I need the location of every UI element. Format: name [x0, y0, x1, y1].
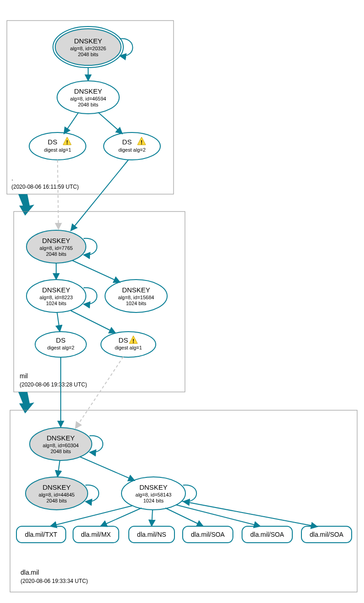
- svg-text:DNSKEY: DNSKEY: [47, 434, 75, 442]
- node-root-ds1: DS digest alg=1 !: [29, 132, 86, 160]
- svg-text:DS: DS: [122, 138, 132, 146]
- svg-text:2048 bits: 2048 bits: [78, 52, 99, 57]
- zone-mil-date: (2020-08-06 19:33:28 UTC): [20, 381, 87, 388]
- svg-text:digest alg=2: digest alg=2: [118, 147, 146, 153]
- node-mil-ds2: DS digest alg=2: [35, 332, 86, 357]
- svg-text:alg=8, id=44845: alg=8, id=44845: [39, 492, 75, 497]
- svg-point-34: [101, 332, 156, 357]
- zone-root-name: .: [11, 175, 13, 182]
- svg-point-14: [104, 132, 160, 160]
- svg-text:DNSKEY: DNSKEY: [74, 87, 102, 95]
- svg-text:dla.mil/SOA: dla.mil/SOA: [310, 531, 344, 538]
- node-mil-ksk: DNSKEY alg=8, id=7765 2048 bits: [26, 230, 86, 263]
- dnssec-graph: . (2020-08-06 16:11:59 UTC) DNSKEY alg=8…: [0, 0, 364, 603]
- svg-text:2048 bits: 2048 bits: [47, 498, 67, 503]
- zone-root: . (2020-08-06 16:11:59 UTC) DNSKEY alg=8…: [7, 21, 174, 194]
- svg-text:alg=8, id=60304: alg=8, id=60304: [43, 443, 79, 448]
- svg-text:2048 bits: 2048 bits: [78, 102, 99, 107]
- svg-text:alg=8, id=7765: alg=8, id=7765: [40, 245, 73, 251]
- svg-text:DNSKEY: DNSKEY: [139, 483, 168, 491]
- svg-point-31: [35, 332, 86, 357]
- rr-mx: dla.mil/MX: [73, 526, 119, 543]
- zone-dla-name: dla.mil: [21, 569, 39, 576]
- svg-text:DNSKEY: DNSKEY: [42, 483, 71, 491]
- svg-text:dla.mil/NS: dla.mil/NS: [137, 531, 166, 538]
- svg-text:DS: DS: [119, 336, 128, 344]
- svg-text:dla.mil/TXT: dla.mil/TXT: [25, 531, 58, 538]
- zone-mil-name: mil: [20, 372, 28, 380]
- svg-text:alg=8, id=15684: alg=8, id=15684: [118, 295, 154, 300]
- svg-text:DNSKEY: DNSKEY: [42, 237, 70, 244]
- svg-text:alg=8, id=8223: alg=8, id=8223: [40, 295, 73, 300]
- svg-text:alg=8, id=46594: alg=8, id=46594: [70, 96, 106, 101]
- svg-text:dla.mil/MX: dla.mil/MX: [81, 531, 111, 538]
- svg-text:1024 bits: 1024 bits: [143, 498, 164, 503]
- svg-text:DNSKEY: DNSKEY: [122, 286, 150, 294]
- node-root-ksk: DNSKEY alg=8, id=20326 2048 bits: [53, 26, 123, 68]
- svg-text:digest alg=1: digest alg=1: [44, 147, 71, 153]
- svg-text:DS: DS: [56, 336, 66, 344]
- svg-text:1024 bits: 1024 bits: [46, 301, 67, 306]
- node-mil-zsk: DNSKEY alg=8, id=8223 1024 bits: [26, 280, 86, 312]
- zone-root-date: (2020-08-06 16:11:59 UTC): [11, 184, 79, 190]
- svg-text:dla.mil/SOA: dla.mil/SOA: [191, 531, 225, 538]
- svg-text:DNSKEY: DNSKEY: [42, 286, 70, 294]
- svg-text:!: !: [141, 139, 142, 146]
- node-mil-zsk2: DNSKEY alg=8, id=15684 1024 bits: [105, 280, 167, 312]
- node-dla-zsk2: DNSKEY alg=8, id=44845 2048 bits: [26, 477, 88, 510]
- svg-text:1024 bits: 1024 bits: [126, 301, 147, 306]
- svg-text:alg=8, id=20326: alg=8, id=20326: [70, 46, 106, 51]
- delegation-arrow-icon: [18, 194, 34, 216]
- svg-text:dla.mil/SOA: dla.mil/SOA: [250, 531, 285, 538]
- svg-text:2048 bits: 2048 bits: [46, 251, 67, 257]
- node-mil-ds1: DS digest alg=1 !: [101, 332, 156, 357]
- rr-soa2: dla.mil/SOA: [242, 526, 292, 543]
- svg-text:digest alg=1: digest alg=1: [115, 345, 142, 350]
- svg-text:2048 bits: 2048 bits: [51, 449, 71, 454]
- zone-dla-date: (2020-08-06 19:33:34 UTC): [21, 578, 88, 584]
- node-dla-ksk: DNSKEY alg=8, id=60304 2048 bits: [30, 428, 92, 460]
- svg-text:alg=8, id=58143: alg=8, id=58143: [136, 492, 172, 497]
- node-root-zsk: DNSKEY alg=8, id=46594 2048 bits: [57, 81, 119, 114]
- rr-txt: dla.mil/TXT: [16, 526, 66, 543]
- rr-soa3: dla.mil/SOA: [301, 526, 352, 543]
- rr-ns: dla.mil/NS: [129, 526, 174, 543]
- zone-mil: mil (2020-08-06 19:33:28 UTC) DNSKEY alg…: [14, 160, 185, 392]
- rr-soa1: dla.mil/SOA: [183, 526, 233, 543]
- svg-text:digest alg=2: digest alg=2: [47, 345, 74, 350]
- svg-text:DNSKEY: DNSKEY: [74, 37, 102, 45]
- svg-text:!: !: [132, 338, 134, 344]
- svg-text:!: !: [66, 139, 68, 146]
- svg-text:DS: DS: [48, 138, 58, 146]
- node-root-ds2: DS digest alg=2 !: [104, 132, 160, 160]
- svg-point-10: [29, 132, 86, 160]
